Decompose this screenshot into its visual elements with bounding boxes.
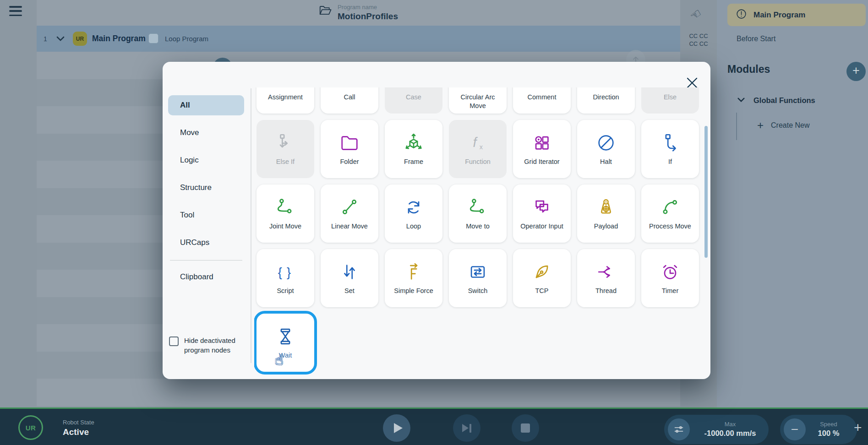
node-tile-switch[interactable]: Switch <box>449 249 507 307</box>
play-button[interactable] <box>383 414 410 442</box>
chevron-down-icon[interactable] <box>56 36 65 44</box>
create-new-function-button[interactable]: + Create New <box>757 120 810 131</box>
hide-deactivated-checkbox[interactable] <box>169 336 179 346</box>
speed-increase-button[interactable]: + <box>854 420 862 435</box>
node-tile-script[interactable]: {}Script <box>257 249 314 307</box>
program-outline-panel: Main Program Before Start Modules + Glob… <box>717 0 868 407</box>
node-tile-assignment[interactable]: Assignment <box>257 87 314 114</box>
category-logic[interactable]: Logic <box>168 150 244 170</box>
node-grid-viewport[interactable]: AssignmentCallCaseCircular Arc MoveComme… <box>254 87 709 377</box>
robot-state-label: Robot State <box>63 419 94 426</box>
svg-text:f: f <box>473 135 478 150</box>
node-tile-label: Wait <box>260 351 311 360</box>
main-program-outline-item[interactable]: Main Program <box>727 4 866 26</box>
node-tile-payload[interactable]: Payload <box>577 185 635 243</box>
process-move-icon <box>641 196 699 218</box>
node-tile-label: Move to <box>453 222 503 231</box>
node-tile-joint-move[interactable]: Joint Move <box>257 185 314 243</box>
add-node-modal: AllMoveLogicStructureToolURCapsClipboard… <box>163 62 710 379</box>
play-icon <box>394 423 403 433</box>
step-next-button[interactable] <box>453 414 480 442</box>
switch-icon <box>449 261 507 283</box>
joint-move-icon <box>257 196 314 218</box>
modal-divider <box>251 88 251 363</box>
stop-button[interactable] <box>512 414 539 442</box>
node-tile-loop[interactable]: Loop <box>385 185 442 243</box>
node-tile-function: fxFunction <box>449 120 507 178</box>
program-name-label: Program name <box>338 4 398 11</box>
node-tile-label: Linear Move <box>324 222 375 231</box>
category-tool[interactable]: Tool <box>168 205 244 225</box>
category-all[interactable]: All <box>168 95 244 115</box>
node-tile-set[interactable]: Set <box>321 249 378 307</box>
menu-hamburger-icon[interactable] <box>9 6 22 16</box>
node-tile-label: Else <box>645 93 695 102</box>
svg-text:}: } <box>287 266 291 279</box>
hand-pointer-icon[interactable]: ☜ <box>687 5 704 24</box>
node-category-list: AllMoveLogicStructureToolURCapsClipboard <box>168 95 244 294</box>
move-to-icon <box>449 196 507 218</box>
svg-text:{: { <box>278 266 282 279</box>
warning-icon <box>736 8 747 22</box>
tree-indent-line <box>736 113 737 140</box>
node-tile-grid-iterator[interactable]: Grid Iterator <box>513 120 571 178</box>
category-urcaps[interactable]: URCaps <box>168 233 244 253</box>
main-program-row[interactable]: 1 UR Main Program Loop Program <box>37 26 680 52</box>
node-tile-label: Payload <box>581 222 631 231</box>
step-next-icon <box>462 424 471 433</box>
node-tile-label: Direction <box>581 93 631 102</box>
comment-icon <box>513 87 571 89</box>
node-tile-label: Grid Iterator <box>517 157 567 166</box>
node-tile-frame[interactable]: Frame <box>385 120 442 178</box>
node-tile-halt[interactable]: Halt <box>577 120 635 178</box>
payload-icon <box>577 196 635 218</box>
category-clipboard[interactable]: Clipboard <box>168 267 244 287</box>
node-tile-label: Else If <box>260 157 311 166</box>
node-tile-tcp[interactable]: TCP <box>513 249 571 307</box>
script-icon: {} <box>257 261 314 283</box>
max-label: Max <box>678 421 782 428</box>
max-speed-pill[interactable]: Max -1000.00 mm/s <box>664 415 769 444</box>
node-tile-process-move[interactable]: Process Move <box>641 185 699 243</box>
node-tile-if[interactable]: If <box>641 120 699 178</box>
node-tile-wait[interactable]: Wait <box>257 314 314 372</box>
node-tile-call[interactable]: Call <box>321 87 378 114</box>
simple-force-icon <box>385 261 442 283</box>
node-tile-else: Else <box>641 87 699 114</box>
tcp-icon <box>513 261 571 283</box>
node-tile-timer[interactable]: Timer <box>641 249 699 307</box>
add-module-button[interactable]: + <box>846 62 866 81</box>
global-functions-row[interactable]: Global Functions <box>737 96 815 105</box>
node-tile-folder[interactable]: Folder <box>321 120 378 178</box>
node-tile-operator-input[interactable]: Operator Input <box>513 185 571 243</box>
assignment-icon <box>257 87 314 89</box>
hide-deactivated-label: Hide deactivated program nodes <box>184 336 235 355</box>
node-tile-comment[interactable]: Comment <box>513 87 571 114</box>
chevron-down-icon[interactable] <box>737 97 745 105</box>
node-tile-circular-arc-move[interactable]: Circular Arc Move <box>449 87 507 114</box>
row-index: 1 <box>44 35 47 43</box>
node-tile-label: Case <box>388 93 439 102</box>
node-tile-label: Process Move <box>645 222 695 231</box>
grid-iterator-icon <box>513 132 571 154</box>
before-start-item[interactable]: Before Start <box>737 35 775 43</box>
node-tile-simple-force[interactable]: Simple Force <box>385 249 442 307</box>
hide-deactivated-row[interactable]: Hide deactivated program nodes <box>169 336 235 355</box>
polyscope-screen: ApplicationProgram3DOperator Program nam… <box>0 0 868 445</box>
modal-scrollbar-thumb[interactable] <box>704 126 708 258</box>
program-name-value: MotionProfiles <box>338 11 398 22</box>
category-move[interactable]: Move <box>168 123 244 143</box>
category-divider <box>170 260 242 260</box>
node-tile-label: Timer <box>645 287 695 295</box>
node-tile-label: Simple Force <box>388 287 439 295</box>
function-icon: fx <box>449 132 507 154</box>
loop-program-checkbox[interactable] <box>148 33 158 43</box>
node-tile-move-to[interactable]: Move to <box>449 185 507 243</box>
node-tile-linear-move[interactable]: Linear Move <box>321 185 378 243</box>
operator-input-icon <box>513 196 571 218</box>
category-structure[interactable]: Structure <box>168 178 244 198</box>
node-tile-label: Halt <box>581 157 631 166</box>
node-tile-thread[interactable]: Thread <box>577 249 635 307</box>
ur-logo: UR <box>18 415 43 440</box>
node-tile-direction[interactable]: Direction <box>577 87 635 114</box>
